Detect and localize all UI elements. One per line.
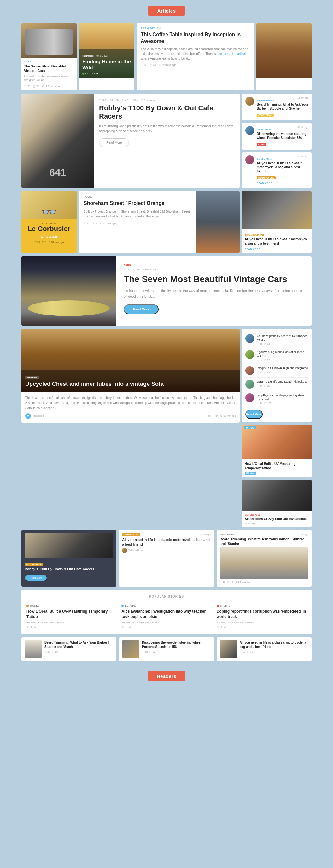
sidebar2-body: MOTORCYCLE All you need in life is a cla… <box>242 229 311 253</box>
feed-title-1: You have probably heard of Refurbished M… <box>257 334 308 342</box>
card-r6-moto-dark[interactable]: MOTORCYCLE Robby's T100 By Down & Out Ca… <box>22 530 116 587</box>
author-content-1: Beard Trimming. What to Ask Your Barber … <box>44 641 113 653</box>
card-tattoo[interactable]: TATTOO How L'Oreal Built a UV-Measuring … <box>242 425 311 477</box>
feed-item-5[interactable]: LoopPay is a mobile-payment system that … <box>245 391 308 407</box>
row8-grid: Beard Trimming. What to Ask Your Barber … <box>22 637 311 661</box>
popular-item-2[interactable]: EUROPE Alps avalanche: Investigation int… <box>121 602 211 629</box>
sidebar2-badge: MOTORCYCLE <box>245 234 264 237</box>
card-shoreham[interactable]: HOUSE Shoreham Street / Project Orange B… <box>79 191 240 253</box>
author-card-1[interactable]: Beard Trimming. What to Ask Your Barber … <box>22 637 116 661</box>
r6-classic-time: 15 min ago <box>200 533 211 536</box>
vintage-title: The Seven Most Beautiful Vintage Cars <box>124 274 304 285</box>
card-moto-southsiders[interactable]: MOTORCYCLE Southsiders Grizzly Ride Out … <box>242 480 311 527</box>
page-header: Articles <box>0 0 333 23</box>
sofa-overlay: DESIGN Upcycled Chest and inner tubes in… <box>22 370 240 392</box>
moto-title: Robby's T100 By Down & Out Cafe Racers <box>99 104 235 121</box>
r6-classic-author-name: William Brown <box>128 549 145 552</box>
tattoo-image: TATTOO <box>242 425 311 459</box>
feed-item-4[interactable]: Osram's Lightify LED Starter Kit looks t… <box>245 378 308 391</box>
sofa-category: DESIGN <box>25 376 39 379</box>
read-more-link[interactable]: READ MORE <box>257 182 308 185</box>
vintage-image <box>22 256 116 326</box>
moto2-body: MOTORCYCLE Southsiders Grizzly Ride Out … <box>242 511 311 527</box>
sidebar-card-classic-moto[interactable]: Sandra Miller 40 min ago All you need in… <box>242 152 311 188</box>
card3-meta: ♡ 30 ◻ 43 ⏱ 29 min ago <box>141 63 250 66</box>
r6-moto-read-btn[interactable]: Read More <box>25 575 47 581</box>
card-vintage-big[interactable]: CARS ♡ 122 ◻ 94 ⏱ 16 min ago The Seven M… <box>22 256 311 326</box>
card-finding-home[interactable]: Ultralinx Jan 14, 2015 Finding Home in t… <box>79 23 134 90</box>
sofa-footer: M Mashable ♡ 56 ◻ 34 ⏱ 29 min ago <box>25 413 236 419</box>
feed-read-more-btn[interactable]: Read More <box>245 410 263 419</box>
card-moto-t100[interactable]: 3.1K The Bike Shed / by Ross Sharp / 22 … <box>22 94 240 188</box>
feed-item-3[interactable]: Imagine a full blown, high-end integrate… <box>245 364 308 378</box>
r6-beard-meta: ♡ 16 ◻ 18 ⏱ 24 min ago <box>220 581 308 583</box>
popular-title-3: Doping report finds corruption was 'embe… <box>217 609 306 620</box>
feed-avatar-4 <box>245 380 254 389</box>
glasses-icon: 👓 <box>41 205 57 219</box>
sidebar-card-porsche[interactable]: Linda Jones 32 min ago Discovering the w… <box>242 123 311 150</box>
r6-beard-title: Beard Trimming. What to Ask Your Barber … <box>220 537 308 546</box>
popular-dot-1 <box>27 605 29 607</box>
ultralinx-badge: Ultralinx <box>82 55 94 57</box>
sidebar-time-1: 15 min ago <box>297 97 308 99</box>
card-sofa[interactable]: DESIGN Upcycled Chest and inner tubes in… <box>22 329 240 423</box>
moto2-image <box>242 480 311 511</box>
row2-sidebar: William Brown 15 min ago Beard Trimming.… <box>242 94 311 188</box>
sidebar-time-3: 40 min ago <box>297 155 308 158</box>
feed-content-4: Osram's Lightify LED Starter Kit looks t… <box>257 380 307 388</box>
vintage-content: CARS ♡ 122 ◻ 94 ⏱ 16 min ago The Seven M… <box>116 256 311 326</box>
card1-likes: ♡ 21 <box>24 85 31 88</box>
shoreham-category: HOUSE <box>84 195 191 198</box>
vintage-read-more-btn[interactable]: Read More <box>124 305 159 314</box>
row2-grid: 3.1K The Bike Shed / by Ross Sharp / 22 … <box>22 94 311 188</box>
page-footer: Headers <box>0 664 333 689</box>
feed-meta-3: ♡ 21 ◻ 43 <box>257 371 308 374</box>
shoreham-meta: ♡ 53 ◻ 34 ⏱ 20 min ago <box>84 222 191 225</box>
card3-category: ART & DESIGN <box>141 27 250 30</box>
author-card-3[interactable]: All you need in life is a classic motorc… <box>217 637 311 661</box>
moto-source: 3.1K The Bike Shed / by Ross Sharp / 22 … <box>99 99 235 101</box>
card-r6-classic[interactable]: MOTORCYCLE 15 min ago All you need in li… <box>119 530 214 587</box>
card-coffee-table[interactable]: ART & DESIGN This Coffee Table Inspired … <box>137 23 254 90</box>
author-card-2[interactable]: Discovering the wooden steering wheel, P… <box>119 637 214 661</box>
twitter-icon-2[interactable]: 𝕏 <box>121 626 124 629</box>
row4-grid: CARS ♡ 122 ◻ 94 ⏱ 16 min ago The Seven M… <box>22 256 311 326</box>
sidebar-title-3: All you need in life is a classic motorc… <box>257 161 308 173</box>
twitter-icon-3[interactable]: 𝕏 <box>217 626 219 629</box>
author-meta-2: ♡ 18 ◻ 22 <box>142 651 211 653</box>
author-avatar-sandra <box>245 155 254 164</box>
twitter-icon-1[interactable]: 𝕏 <box>27 626 29 629</box>
card-r6-beard[interactable]: GENTLEMAN 20 min ago Beard Trimming. Wha… <box>217 530 311 587</box>
feed-item-1[interactable]: You have probably heard of Refurbished M… <box>245 332 308 348</box>
author-img-2 <box>122 641 140 658</box>
popular-item-1[interactable]: WORLD How L'Oreal Built a UV-Measuring T… <box>27 602 116 629</box>
popular-grid: WORLD How L'Oreal Built a UV-Measuring T… <box>27 602 306 629</box>
vintage-text: It's frustrating when practicality gets … <box>124 288 304 299</box>
moto-read-more-btn[interactable]: Read More <box>99 138 129 147</box>
sidebar2-read-more[interactable]: READ MORE <box>245 248 309 251</box>
facebook-icon-3[interactable]: f <box>221 626 222 629</box>
facebook-icon-1[interactable]: f <box>31 626 32 629</box>
facebook-icon-2[interactable]: f <box>126 626 127 629</box>
sidebar-card-beard[interactable]: William Brown 15 min ago Beard Trimming.… <box>242 94 311 120</box>
card3-body: ART & DESIGN This Coffee Table Inspired … <box>137 23 254 70</box>
card1-title: The Seven Most Beautiful Vintage Cars <box>24 64 74 73</box>
link-icon-3[interactable]: ⊕ <box>223 626 226 629</box>
shoreham-text: Built by Project Orange in, Shoreham Str… <box>84 209 191 219</box>
popular-dot-2 <box>121 605 124 607</box>
card-wood-logs <box>256 23 311 90</box>
link-icon-1[interactable]: ⊕ <box>34 626 36 629</box>
sidebar-card-beard-content: William Brown 15 min ago Beard Trimming.… <box>257 97 308 117</box>
popular-cat-label-3: SPORTS <box>220 604 231 607</box>
feed-item-2[interactable]: If you've hung around kids at all in the… <box>245 348 308 364</box>
card2-cat: OUTDOOR <box>82 72 131 75</box>
link-icon-2[interactable]: ⊕ <box>129 626 131 629</box>
sidebar-author-3: Sandra Miller <box>257 158 272 160</box>
card-vintage-cars-small[interactable]: CARS The Seven Most Beautiful Vintage Ca… <box>22 23 77 90</box>
card3-title: This Coffee Table Inspired By Inception … <box>141 32 250 45</box>
tattoo-source-badge: Ultralinx <box>245 472 256 475</box>
feed-meta-1: ♡ 22 ◻ 13 <box>257 343 308 345</box>
card1-category: CARS <box>24 60 74 63</box>
card-le-corbusier[interactable]: 👓 Interview Le Corbusier ART & DESIGN ♡ … <box>22 191 77 253</box>
popular-item-3[interactable]: SPORTS Doping report finds corruption wa… <box>217 602 306 629</box>
